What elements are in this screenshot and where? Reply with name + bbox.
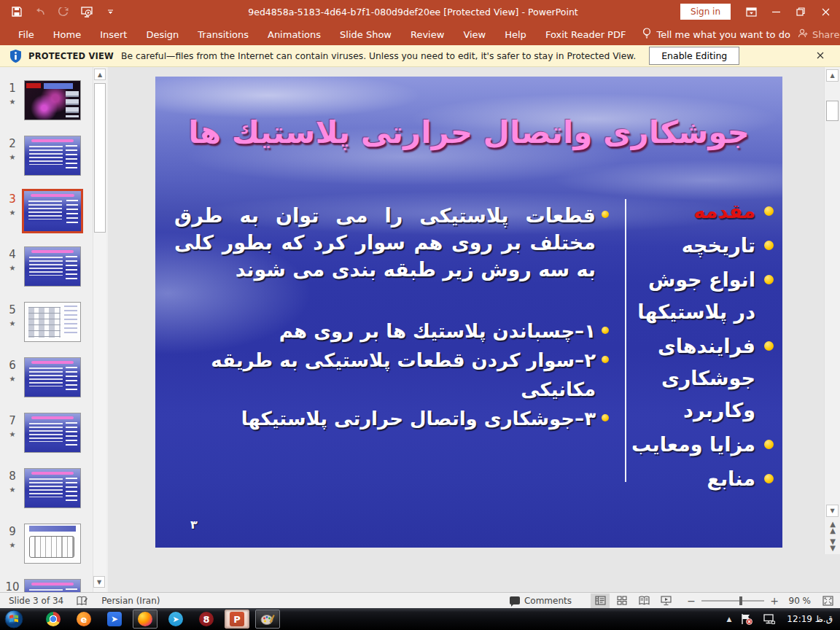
paint-icon[interactable]	[255, 610, 280, 629]
zoom-level[interactable]: 90 %	[785, 596, 811, 606]
next-slide-button[interactable]: ▼▼	[827, 538, 839, 551]
ribbon-tab-view[interactable]: View	[454, 23, 495, 45]
zoom-out-button[interactable]: −	[687, 595, 696, 607]
bullet-icon	[764, 474, 774, 483]
vertical-scrollbar[interactable]: ▲ ▼ ▲▲ ▼▼	[824, 67, 840, 554]
slide-thumbnail[interactable]: 5 ★	[4, 302, 92, 342]
slide-thumbnail[interactable]: 4 ★	[4, 246, 92, 287]
titlebar: 9ed4858a-5183-4d64-b7f1-080d9def20ee [Pr…	[0, 0, 840, 23]
ribbon-tab-animations[interactable]: Animations	[258, 23, 330, 45]
animation-star-icon: ★	[9, 541, 16, 549]
previous-slide-button[interactable]: ▲▲	[827, 521, 839, 534]
thumbnail-list: 1 ★ 2 ★ 3 ★ 4 ★	[0, 67, 92, 592]
slide-thumbnail[interactable]: 8 ★	[4, 468, 92, 508]
ribbon-tab-slide-show[interactable]: Slide Show	[330, 23, 401, 45]
ribbon-tab-file[interactable]: File	[9, 23, 44, 45]
redo-icon[interactable]	[57, 6, 70, 18]
shield-info-icon	[10, 50, 21, 63]
zoom-slider-thumb[interactable]	[739, 596, 742, 605]
start-button[interactable]	[3, 608, 25, 630]
ribbon-tab-transitions[interactable]: Transitions	[188, 23, 258, 45]
dismiss-banner-icon[interactable]	[811, 50, 830, 61]
tell-me-box[interactable]: Tell me what you want to do	[635, 28, 797, 41]
browser-e-icon[interactable]: e	[71, 610, 96, 629]
share-button[interactable]: Share	[798, 28, 840, 40]
share-label: Share	[812, 29, 840, 40]
bullet-icon	[602, 356, 609, 363]
thumbnail-scrollbar[interactable]: ▲	[93, 67, 106, 592]
red-messenger-icon[interactable]: 8	[194, 610, 219, 629]
slide-editor-area: جوشكاری واتصال حرارتی پلاستيك ها مقدمه ت…	[108, 67, 824, 592]
language-indicator[interactable]: Persian (Iran)	[101, 596, 160, 606]
thumbnail-preview[interactable]	[22, 189, 83, 233]
thumbnail-preview[interactable]	[24, 468, 81, 508]
thumbnail-slide-number: 8	[9, 470, 16, 483]
zoom-slider[interactable]	[701, 600, 764, 602]
agenda-item: فرايندهای جوشكاری وكاربرد	[628, 330, 775, 427]
enable-editing-button[interactable]: Enable Editing	[649, 47, 739, 65]
ribbon-tab-help[interactable]: Help	[495, 23, 536, 45]
firefox-icon[interactable]	[133, 610, 158, 629]
close-button[interactable]	[814, 2, 837, 21]
start-slideshow-icon[interactable]	[80, 6, 93, 18]
ribbon-display-options-icon[interactable]	[739, 2, 763, 21]
ribbon-tab-home[interactable]: Home	[44, 23, 90, 45]
fit-slide-to-window-button[interactable]	[820, 594, 836, 607]
protected-view-label: PROTECTED VIEW	[28, 51, 114, 61]
comments-button[interactable]: Comments	[502, 596, 579, 606]
qat-customize-chevron-icon[interactable]	[104, 6, 117, 18]
scrollbar-thumb[interactable]	[826, 101, 839, 121]
ribbon-tab-insert[interactable]: Insert	[90, 23, 136, 45]
show-hidden-icons-button[interactable]: ▲	[726, 615, 731, 623]
comment-icon	[510, 596, 520, 604]
thumbnail-preview[interactable]	[24, 357, 81, 397]
scrollbar-thumb[interactable]	[94, 83, 106, 233]
thumbnail-preview[interactable]	[24, 136, 81, 176]
powerpoint-icon[interactable]: P	[225, 610, 249, 629]
slide-thumbnail[interactable]: 9 ★	[4, 524, 92, 564]
taskbar-clock[interactable]: ق.ظ 12:19	[784, 614, 833, 624]
thumbnail-preview[interactable]	[24, 80, 81, 120]
scroll-up-icon[interactable]: ▲	[94, 69, 106, 80]
scroll-down-icon[interactable]: ▼	[93, 576, 105, 588]
slide-canvas[interactable]: جوشكاری واتصال حرارتی پلاستيك ها مقدمه ت…	[155, 77, 782, 548]
ribbon-tab-design[interactable]: Design	[136, 23, 188, 45]
slide-thumbnail[interactable]: 1 ★	[4, 80, 92, 120]
slide-agenda-list: مقدمه تاريخچه انواع جوش در پلاستيكها فرا…	[628, 195, 775, 497]
restore-button[interactable]	[789, 2, 812, 21]
slide-thumbnail[interactable]: 2 ★	[4, 136, 92, 176]
spellcheck-icon[interactable]	[77, 596, 88, 606]
thumbnail-slide-number: 2	[9, 137, 16, 150]
blue-arrow-app-icon[interactable]: ➤	[102, 610, 127, 629]
normal-view-button[interactable]	[591, 594, 610, 608]
chrome-icon[interactable]	[41, 610, 66, 629]
slide-thumbnail[interactable]: 7 ★	[4, 413, 92, 453]
slide-thumbnail[interactable]: 6 ★	[4, 357, 92, 397]
thumbnail-preview[interactable]	[24, 413, 81, 453]
thumbnail-preview[interactable]	[24, 246, 81, 287]
sign-in-button[interactable]: Sign in	[680, 4, 731, 20]
telegram-icon[interactable]: ➤	[163, 610, 188, 629]
ribbon-tab-review[interactable]: Review	[401, 23, 454, 45]
network-icon[interactable]	[762, 613, 775, 625]
slideshow-view-button[interactable]	[656, 594, 675, 608]
ribbon-tab-foxit-reader-pdf[interactable]: Foxit Reader PDF	[536, 23, 636, 45]
reading-view-button[interactable]	[634, 594, 653, 608]
slide-counter[interactable]: Slide 3 of 34	[9, 596, 63, 606]
action-center-flag-icon[interactable]	[740, 613, 753, 625]
thumbnail-preview[interactable]	[24, 524, 81, 564]
thumbnail-preview[interactable]	[24, 302, 81, 342]
slide-thumbnail-panel: 1 ★ 2 ★ 3 ★ 4 ★	[0, 67, 108, 592]
status-left: Slide 3 of 34 Persian (Iran)	[0, 596, 160, 606]
slide-thumbnail[interactable]: 3 ★	[4, 191, 92, 231]
slide-sorter-view-button[interactable]	[612, 594, 631, 608]
zoom-in-button[interactable]: +	[770, 595, 779, 607]
undo-icon[interactable]	[34, 6, 47, 18]
thumbnail-preview[interactable]	[24, 579, 81, 592]
scroll-down-icon[interactable]: ▼	[826, 505, 839, 517]
thumbnail-slide-number: 10	[5, 580, 19, 592]
scroll-up-icon[interactable]: ▲	[826, 69, 839, 82]
minimize-button[interactable]	[764, 2, 788, 21]
save-icon[interactable]	[10, 6, 23, 18]
slide-thumbnail[interactable]: 10 ★	[4, 579, 92, 592]
